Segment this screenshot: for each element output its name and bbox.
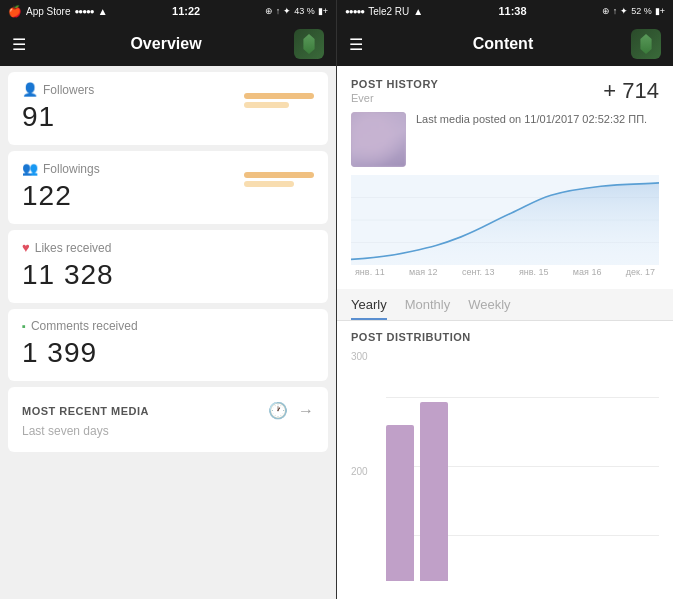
followers-bar-1 bbox=[244, 93, 314, 99]
likes-label: ♥ Likes received bbox=[22, 240, 314, 255]
right-status-right: ⊕ ↑ ✦ 52 % ▮+ bbox=[602, 6, 665, 16]
left-nav-title: Overview bbox=[38, 35, 294, 53]
post-caption: Last media posted on 11/01/2017 02:52:32… bbox=[416, 112, 659, 127]
dist-chart: 300 200 bbox=[351, 351, 659, 581]
most-recent-title: MOST RECENT MEDIA bbox=[22, 405, 149, 417]
post-history-ever: Ever bbox=[351, 92, 438, 104]
chart-label-1: янв. 11 bbox=[355, 267, 385, 277]
followings-label-text: Followings bbox=[43, 162, 100, 176]
post-history-header: POST HISTORY Ever + 714 bbox=[351, 78, 659, 104]
left-arrow-icon: ↑ bbox=[276, 6, 281, 16]
followings-icon: 👥 bbox=[22, 161, 38, 176]
left-bluetooth-icon: ✦ bbox=[283, 6, 291, 16]
likes-icon: ♥ bbox=[22, 240, 30, 255]
post-history-left: POST HISTORY Ever bbox=[351, 78, 438, 104]
dist-bars-area bbox=[386, 351, 659, 581]
chart-svg bbox=[351, 175, 659, 265]
right-hamburger-button[interactable]: ☰ bbox=[349, 35, 363, 54]
followers-bar-2 bbox=[244, 102, 289, 108]
comments-label: ▪ Comments received bbox=[22, 319, 314, 333]
post-history-chart bbox=[351, 175, 659, 265]
clock-icon[interactable]: 🕐 bbox=[268, 401, 288, 420]
left-signal: ●●●●● bbox=[74, 7, 93, 16]
right-phone: ●●●●● Tele2 RU ▲ 11:38 ⊕ ↑ ✦ 52 % ▮+ ☰ C… bbox=[337, 0, 673, 599]
right-app-icon bbox=[631, 29, 661, 59]
followings-bar-1 bbox=[244, 172, 314, 178]
right-nav-bar: ☰ Content bbox=[337, 22, 673, 66]
post-dist-title: POST DISTRIBUTION bbox=[351, 331, 659, 343]
left-battery-text: 43 % bbox=[294, 6, 315, 16]
followers-card: 👤 Followers 91 bbox=[8, 72, 328, 145]
most-recent-header: MOST RECENT MEDIA 🕐 → bbox=[22, 401, 314, 420]
post-thumbnail bbox=[351, 112, 406, 167]
left-battery-icon: ▮+ bbox=[318, 6, 328, 16]
y-label-300: 300 bbox=[351, 351, 368, 362]
chart-label-6: дек. 17 bbox=[626, 267, 655, 277]
comments-icon: ▪ bbox=[22, 320, 26, 332]
arrow-right-icon[interactable]: → bbox=[298, 402, 314, 420]
left-status-right: ⊕ ↑ ✦ 43 % ▮+ bbox=[265, 6, 328, 16]
chart-label-2: мая 12 bbox=[409, 267, 438, 277]
right-arrow-icon: ↑ bbox=[613, 6, 618, 16]
right-wifi-icon: ▲ bbox=[413, 6, 423, 17]
tab-yearly[interactable]: Yearly bbox=[351, 297, 387, 320]
post-history-count: + 714 bbox=[603, 78, 659, 104]
followers-label-text: Followers bbox=[43, 83, 94, 97]
right-signal: ●●●●● bbox=[345, 7, 364, 16]
right-status-bar: ●●●●● Tele2 RU ▲ 11:38 ⊕ ↑ ✦ 52 % ▮+ bbox=[337, 0, 673, 22]
dist-bar-1 bbox=[386, 425, 414, 581]
followers-bars bbox=[244, 86, 314, 114]
left-time: 11:22 bbox=[172, 5, 200, 17]
left-app-icon-inner bbox=[301, 34, 317, 54]
tab-monthly[interactable]: Monthly bbox=[405, 297, 451, 320]
likes-card: ♥ Likes received 11 328 bbox=[8, 230, 328, 303]
right-battery-icon: ▮+ bbox=[655, 6, 665, 16]
followers-icon: 👤 bbox=[22, 82, 38, 97]
post-history-content: Last media posted on 11/01/2017 02:52:32… bbox=[351, 112, 659, 167]
left-hamburger-button[interactable]: ☰ bbox=[12, 35, 26, 54]
left-apple-icon: 🍎 bbox=[8, 5, 22, 18]
chart-label-5: мая 16 bbox=[573, 267, 602, 277]
dist-bar-2 bbox=[420, 402, 448, 581]
right-bluetooth-icon: ✦ bbox=[620, 6, 628, 16]
post-history-title: POST HISTORY bbox=[351, 78, 438, 90]
left-nav-bar: ☰ Overview bbox=[0, 22, 336, 66]
right-app-icon-inner bbox=[638, 34, 654, 54]
likes-value: 11 328 bbox=[22, 259, 314, 291]
tab-weekly[interactable]: Weekly bbox=[468, 297, 510, 320]
left-location-icon: ⊕ bbox=[265, 6, 273, 16]
y-label-200: 200 bbox=[351, 466, 368, 477]
dist-y-labels: 300 200 bbox=[351, 351, 368, 581]
left-status-bar: 🍎 App Store ●●●●● ▲ 11:22 ⊕ ↑ ✦ 43 % ▮+ bbox=[0, 0, 336, 22]
left-content: 👤 Followers 91 👥 Followings 122 bbox=[0, 66, 336, 599]
left-carrier: App Store bbox=[26, 6, 70, 17]
likes-label-text: Likes received bbox=[35, 241, 112, 255]
chart-labels: янв. 11 мая 12 сент. 13 янв. 15 мая 16 д… bbox=[351, 265, 659, 281]
post-thumbnail-image bbox=[351, 112, 406, 167]
tabs-bar: Yearly Monthly Weekly bbox=[337, 289, 673, 321]
most-recent-card: MOST RECENT MEDIA 🕐 → Last seven days bbox=[8, 387, 328, 452]
most-recent-icons: 🕐 → bbox=[268, 401, 314, 420]
right-carrier: Tele2 RU bbox=[368, 6, 409, 17]
chart-label-4: янв. 15 bbox=[519, 267, 549, 277]
post-distribution-section: POST DISTRIBUTION 300 200 bbox=[337, 321, 673, 599]
chart-label-3: сент. 13 bbox=[462, 267, 495, 277]
left-app-icon bbox=[294, 29, 324, 59]
right-battery-text: 52 % bbox=[631, 6, 652, 16]
right-nav-title: Content bbox=[375, 35, 631, 53]
left-status-left: 🍎 App Store ●●●●● ▲ bbox=[8, 5, 108, 18]
right-time: 11:38 bbox=[498, 5, 526, 17]
comments-card: ▪ Comments received 1 399 bbox=[8, 309, 328, 381]
right-status-left: ●●●●● Tele2 RU ▲ bbox=[345, 6, 423, 17]
left-phone: 🍎 App Store ●●●●● ▲ 11:22 ⊕ ↑ ✦ 43 % ▮+ … bbox=[0, 0, 336, 599]
followings-bar-2 bbox=[244, 181, 294, 187]
comments-value: 1 399 bbox=[22, 337, 314, 369]
followings-bars bbox=[244, 165, 314, 193]
followings-card: 👥 Followings 122 bbox=[8, 151, 328, 224]
left-wifi-icon: ▲ bbox=[98, 6, 108, 17]
comments-label-text: Comments received bbox=[31, 319, 138, 333]
post-history-section: POST HISTORY Ever + 714 Last media poste… bbox=[337, 66, 673, 289]
right-location-icon: ⊕ bbox=[602, 6, 610, 16]
most-recent-subtitle: Last seven days bbox=[22, 424, 314, 438]
